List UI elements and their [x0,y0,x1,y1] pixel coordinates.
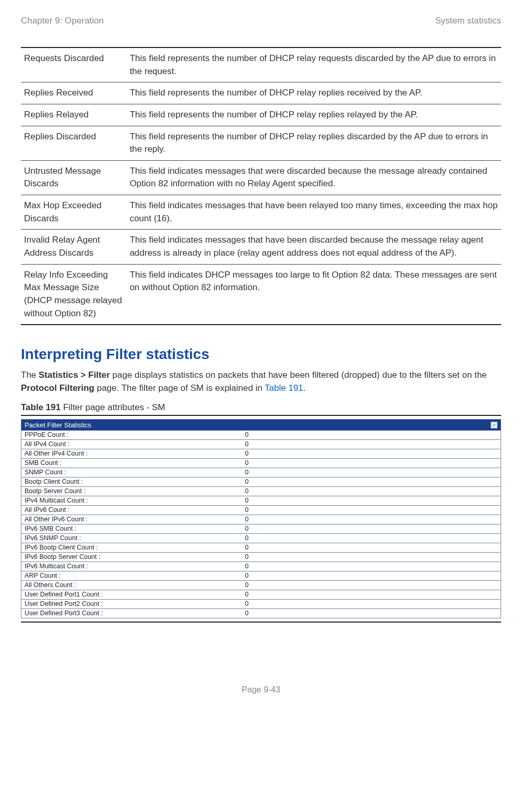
panel-title: Packet Filter Statistics [25,421,91,429]
definition-row: Max Hop Exceeded DiscardsThis field indi… [21,195,501,230]
header-left: Chapter 9: Operation [21,16,104,26]
stats-row: PPPoE Count :0 [21,431,501,440]
definition-term: Untrusted Message Discards [21,160,126,195]
stats-label: Bootp Server Count : [21,486,242,496]
page-header: Chapter 9: Operation System statistics [21,16,501,26]
stats-row: All Other IPv6 Count :0 [21,515,501,524]
stats-label: User Defined Port1 Count : [21,590,242,599]
stats-row: User Defined Port2 Count :0 [21,599,501,608]
body-text: page. The filter page of SM is explained… [94,383,265,393]
stats-value: 0 [242,515,501,524]
stats-label: SNMP Count : [21,468,242,477]
stats-value: 0 [242,599,501,608]
definition-row: Replies RelayedThis field represents the… [21,104,501,126]
body-text: page displays statistics on packets that… [110,370,487,380]
definition-row: Invalid Relay Agent Address DiscardsThis… [21,230,501,264]
stats-value: 0 [242,524,501,533]
stats-value: 0 [242,449,501,458]
stats-label: IPv6 Bootp Client Count : [21,543,242,552]
stats-label: PPPoE Count : [21,431,242,440]
body-text: . [303,383,306,393]
stats-value: 0 [242,505,501,515]
stats-row: All Others Count :0 [21,580,501,590]
stats-row: IPv6 SMB Count :0 [21,524,501,533]
stats-label: ARP Count : [21,571,242,580]
page: Chapter 9: Operation System statistics R… [0,0,522,715]
body-bold-1: Statistics > Filter [39,370,110,380]
stats-row: All IPv6 Count :0 [21,505,501,515]
definitions-table: Requests DiscardedThis field represents … [21,47,501,325]
stats-value: 0 [242,431,501,440]
definition-term: Max Hop Exceeded Discards [21,195,126,230]
stats-row: SNMP Count :0 [21,468,501,477]
table-link[interactable]: Table 191 [265,383,303,393]
page-footer: Page 9-43 [21,685,501,695]
stats-label: User Defined Port2 Count : [21,599,242,608]
stats-value: 0 [242,571,501,580]
stats-row: IPv6 SNMP Count :0 [21,533,501,543]
stats-label: All IPv4 Count : [21,439,242,449]
stats-value: 0 [242,477,501,486]
stats-value: 0 [242,552,501,562]
stats-value: 0 [242,496,501,505]
stats-row: IPv6 Bootp Server Count :0 [21,552,501,562]
definition-desc: This field represents the number of DHCP… [126,47,501,82]
stats-label: User Defined Port3 Count : [21,608,242,618]
stats-row: IPv6 Multicast Count :0 [21,562,501,571]
stats-label: All Other IPv6 Count : [21,515,242,524]
stats-label: Bootp Client Count : [21,477,242,486]
stats-row: All Other IPv4 Count :0 [21,449,501,458]
header-right: System statistics [435,16,501,26]
table-caption: Table 191 Filter page attributes - SM [21,402,501,413]
definition-row: Relay Info Exceeding Max Message Size (D… [21,264,501,325]
definition-desc: This field indicates DHCP messages too l… [126,264,501,325]
stats-label: IPv6 SMB Count : [21,524,242,533]
definition-desc: This field represents the number of DHCP… [126,104,501,126]
stats-label: IPv6 SNMP Count : [21,533,242,543]
stats-value: 0 [242,468,501,477]
definition-term: Replies Discarded [21,126,126,160]
stats-value: 0 [242,562,501,571]
definition-term: Replies Relayed [21,104,126,126]
definition-row: Requests DiscardedThis field represents … [21,47,501,82]
stats-row: User Defined Port1 Count :0 [21,590,501,599]
stats-row: IPv4 Multicast Count :0 [21,496,501,505]
stats-label: All IPv6 Count : [21,505,242,515]
stats-value: 0 [242,486,501,496]
stats-row: Bootp Client Count :0 [21,477,501,486]
collapse-icon[interactable]: − [491,422,497,428]
body-text: The [21,370,39,380]
stats-label: IPv6 Bootp Server Count : [21,552,242,562]
stats-row: SMB Count :0 [21,458,501,468]
stats-table: PPPoE Count :0All IPv4 Count :0All Other… [21,431,501,618]
stats-row: User Defined Port3 Count :0 [21,608,501,618]
stats-label: All Others Count : [21,580,242,590]
figure-wrap: Packet Filter Statistics − PPPoE Count :… [21,415,501,623]
caption-rest: Filter page attributes - SM [61,402,165,412]
panel-header: Packet Filter Statistics − [21,420,501,431]
definition-desc: This field indicates messages that have … [126,195,501,230]
stats-row: IPv6 Bootp Client Count :0 [21,543,501,552]
definition-desc: This field represents the number of DHCP… [126,82,501,104]
stats-panel: Packet Filter Statistics − PPPoE Count :… [21,419,501,618]
stats-label: SMB Count : [21,458,242,468]
definition-term: Replies Received [21,82,126,104]
caption-bold: Table 191 [21,402,61,412]
stats-row: ARP Count :0 [21,571,501,580]
stats-value: 0 [242,533,501,543]
stats-value: 0 [242,608,501,618]
definition-desc: This field indicates messages that were … [126,160,501,195]
definition-row: Replies DiscardedThis field represents t… [21,126,501,160]
definition-row: Untrusted Message DiscardsThis field ind… [21,160,501,195]
stats-value: 0 [242,543,501,552]
definition-term: Relay Info Exceeding Max Message Size (D… [21,264,126,325]
definition-row: Replies ReceivedThis field represents th… [21,82,501,104]
definition-term: Requests Discarded [21,47,126,82]
stats-value: 0 [242,439,501,449]
stats-label: IPv4 Multicast Count : [21,496,242,505]
definition-desc: This field represents the number of DHCP… [126,126,501,160]
body-bold-2: Protocol Filtering [21,383,94,393]
definition-term: Invalid Relay Agent Address Discards [21,230,126,264]
stats-label: IPv6 Multicast Count : [21,562,242,571]
stats-row: All IPv4 Count :0 [21,439,501,449]
